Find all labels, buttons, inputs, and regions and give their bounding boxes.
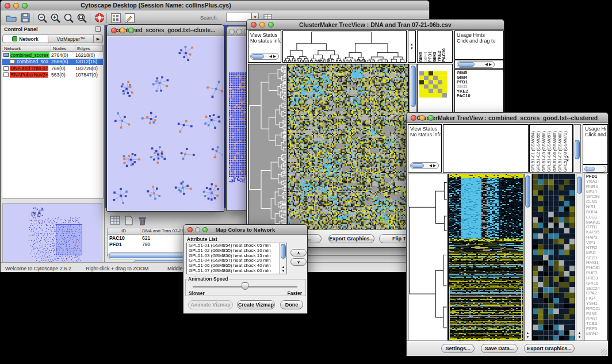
col-nodes[interactable]: Nodes [51, 45, 75, 51]
vscroll-thumb[interactable] [411, 66, 416, 107]
zoom-window-icon[interactable] [128, 28, 134, 33]
network-row[interactable]: DNA and Tran 07 769(0) 183728(0) [2, 65, 103, 72]
tv1-column-dendrogram-canvas[interactable] [283, 31, 406, 62]
control-panel-tab[interactable]: Network [2, 35, 48, 43]
tv2-column-dendrogram-panel[interactable] [443, 124, 529, 173]
vscroll-thumb[interactable] [577, 177, 582, 194]
treeview2-window[interactable]: ClusterMaker TreeView : combined_scores_… [406, 112, 609, 357]
minimize-icon[interactable] [419, 115, 425, 121]
network-row[interactable]: combined_scores 2764(0) 16218(0) [2, 52, 103, 59]
window-controls[interactable] [251, 22, 274, 28]
grid-network-window[interactable] [226, 26, 249, 211]
map-colors-dialog[interactable]: Map Colors to Network Attribute List GPL… [183, 224, 308, 314]
control-panel-tab[interactable]: VizMapper™ [48, 35, 94, 43]
export-graphics-button[interactable]: Export Graphics... [328, 234, 374, 243]
tv1-heatmap-canvas[interactable] [288, 64, 408, 230]
network-row[interactable]: combined_sco 2569(6) 13112(15) [2, 59, 103, 66]
minimize-icon[interactable] [120, 28, 125, 33]
tv2-zoom-heatmap-canvas[interactable] [533, 174, 575, 341]
tv2-labels-vscrollbar[interactable] [573, 124, 581, 173]
vscroll-thumb[interactable] [525, 175, 530, 208]
new-document-icon[interactable] [123, 214, 135, 226]
animate-vizmap-button[interactable]: Animate Vizmap [188, 300, 233, 309]
treeview2-titlebar[interactable]: ClusterMaker TreeView : combined_scores_… [407, 113, 608, 123]
move-up-button[interactable]: ∧ [290, 249, 307, 256]
tv1-status-hscrollbar[interactable]: ◀▶ [250, 53, 279, 60]
tv2-row-dendrogram-canvas[interactable] [408, 174, 447, 341]
vizmapper-icon[interactable] [110, 12, 122, 24]
annotation-icon[interactable] [124, 12, 136, 24]
network-overview-canvas[interactable] [2, 203, 102, 265]
column-label[interactable]: GPL51-04 (GSM857) [547, 131, 552, 172]
tv2-row-dendrogram-panel[interactable] [408, 174, 447, 342]
attribute-item[interactable]: GPL51-07 (GSM868) heat shock 60 min [187, 269, 286, 274]
gene-label[interactable]: MON2 [584, 332, 607, 337]
close-icon[interactable] [411, 115, 416, 121]
tv2-zoom-vscrollbar[interactable]: ▲▼ [576, 174, 583, 342]
save-data-button[interactable]: Save Data... [481, 344, 518, 353]
tv2-zoom-heatmap-panel[interactable] [532, 174, 575, 342]
float-panel-icon[interactable] [95, 26, 101, 32]
zoom-window-icon[interactable] [428, 115, 434, 121]
tv1-global-matrix-canvas[interactable] [419, 71, 447, 98]
close-icon[interactable] [251, 22, 257, 28]
vscroll-thumb[interactable] [575, 140, 580, 159]
column-label[interactable]: GPL51-02 (GSM855) [536, 131, 541, 172]
control-panel-tab[interactable]: ▶ [94, 35, 103, 43]
vscroll-thumb[interactable] [281, 244, 286, 259]
network-view-titlebar[interactable]: combined_scores_good.txt--cluste... [107, 25, 224, 36]
tv2-status-hscrollbar[interactable]: ◀▶ [410, 162, 439, 169]
attr-col-id[interactable]: ID [108, 228, 140, 234]
tv1-column-dendrogram-panel[interactable] [282, 30, 407, 63]
move-down-button[interactable]: ∨ [290, 258, 307, 266]
row-label[interactable]: PAC10 [455, 94, 503, 98]
window-controls[interactable] [229, 29, 248, 35]
zoom-out-icon[interactable] [36, 12, 48, 24]
table-icon[interactable] [109, 214, 121, 226]
tv2-heatmap-panel[interactable] [448, 174, 523, 342]
attribute-list[interactable]: GPL51-01 (GSM854) heat shock 05 minGPL51… [186, 243, 287, 274]
window-controls[interactable] [411, 115, 434, 121]
minimize-icon[interactable] [195, 227, 200, 232]
create-vizmap-button[interactable]: Create Vizmap [237, 300, 275, 309]
help-ring-icon[interactable] [93, 12, 105, 24]
grid-network-titlebar[interactable] [227, 26, 248, 36]
close-icon[interactable] [111, 28, 117, 33]
save-icon[interactable] [19, 12, 31, 24]
tv1-dend-scroll-strip[interactable]: ▲▼ [408, 30, 416, 63]
zoom-selected-icon[interactable] [63, 12, 75, 24]
minimize-icon[interactable] [259, 22, 265, 28]
close-icon[interactable] [229, 29, 235, 35]
zoom-in-icon[interactable] [49, 12, 62, 24]
col-network[interactable]: Network [2, 45, 51, 51]
done-button[interactable]: Done [280, 300, 303, 309]
tv2-hints-hscrollbar[interactable] [584, 166, 606, 173]
tv1-hints-hscrollbar[interactable]: ◀▶ [457, 61, 495, 68]
close-icon[interactable] [188, 227, 193, 232]
minimize-icon[interactable] [236, 29, 242, 35]
zoom-fit-icon[interactable] [76, 12, 88, 24]
treeview1-titlebar[interactable]: ClusterMaker TreeView : DNA and Tran 07-… [247, 20, 504, 30]
zoom-window-icon[interactable] [268, 22, 274, 28]
dialog-titlebar[interactable]: Map Colors to Network [183, 225, 307, 235]
speed-slider-thumb[interactable] [242, 282, 248, 290]
export-graphics-button[interactable]: Export Graphics... [524, 344, 575, 353]
network-view-window[interactable]: combined_scores_good.txt--cluste... [106, 24, 224, 212]
trash-icon[interactable] [136, 214, 148, 226]
tv2-heat-vscrollbar[interactable]: ▲▼ [524, 174, 531, 342]
tv1-row-dendrogram-panel[interactable] [248, 64, 286, 231]
window-controls[interactable] [111, 28, 134, 33]
tv1-row-dendrogram-canvas[interactable] [248, 64, 286, 230]
column-label[interactable]: GPL51-08 (GSM872) [563, 131, 568, 172]
grid-network-canvas[interactable] [227, 37, 248, 210]
column-label[interactable]: PAC10 [442, 48, 446, 62]
network-canvas[interactable] [108, 37, 223, 211]
main-titlebar[interactable]: Cytoscape Desktop (Session Name: collins… [1, 1, 429, 10]
attr-list-scrollbar[interactable]: ▲▼ [280, 243, 286, 274]
tv1-heatmap-panel[interactable] [287, 64, 409, 231]
col-edges[interactable]: Edges [75, 45, 103, 51]
settings-button[interactable]: Settings... [441, 344, 475, 353]
zoom-window-icon[interactable] [202, 227, 208, 232]
label-scroll-arrows[interactable]: ▲▼ [564, 155, 571, 163]
open-file-icon[interactable] [5, 12, 17, 24]
